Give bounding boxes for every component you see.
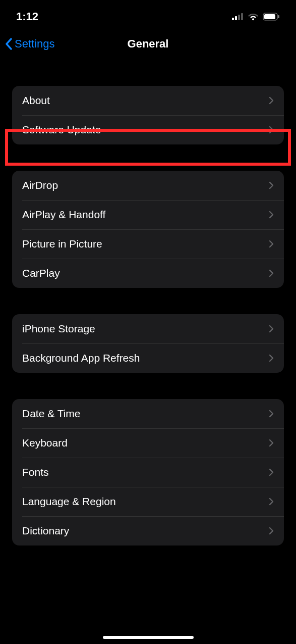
- row-label: CarPlay: [22, 267, 60, 279]
- chevron-right-icon: [269, 96, 274, 105]
- chevron-right-icon: [269, 126, 274, 134]
- row-label: AirDrop: [22, 179, 58, 191]
- row-label: About: [22, 94, 50, 107]
- row-keyboard[interactable]: Keyboard: [12, 428, 284, 458]
- section-storage: iPhone Storage Background App Refresh: [12, 314, 284, 373]
- svg-rect-6: [264, 14, 275, 19]
- chevron-right-icon: [269, 269, 274, 277]
- row-picture-in-picture[interactable]: Picture in Picture: [12, 229, 284, 259]
- chevron-right-icon: [269, 181, 274, 189]
- wifi-icon: [248, 13, 259, 21]
- row-label: Keyboard: [22, 437, 68, 449]
- home-indicator[interactable]: [103, 636, 194, 639]
- section-datetime-dictionary: Date & Time Keyboard Fonts Language & Re…: [12, 399, 284, 546]
- row-label: iPhone Storage: [22, 323, 95, 335]
- status-icons: [232, 13, 280, 21]
- section-airdrop-carplay: AirDrop AirPlay & Handoff Picture in Pic…: [12, 171, 284, 288]
- chevron-right-icon: [269, 468, 274, 476]
- row-label: Picture in Picture: [22, 238, 102, 250]
- row-airplay-handoff[interactable]: AirPlay & Handoff: [12, 200, 284, 229]
- row-label: Dictionary: [22, 525, 69, 537]
- svg-rect-2: [238, 15, 240, 20]
- nav-bar: Settings General: [0, 30, 296, 58]
- svg-rect-0: [232, 18, 234, 20]
- row-label: Software Update: [22, 124, 101, 136]
- status-time: 1:12: [16, 10, 38, 23]
- cellular-signal-icon: [232, 13, 244, 20]
- row-label: Date & Time: [22, 408, 81, 420]
- row-iphone-storage[interactable]: iPhone Storage: [12, 314, 284, 343]
- svg-rect-3: [241, 13, 243, 20]
- row-language-region[interactable]: Language & Region: [12, 487, 284, 516]
- row-label: Language & Region: [22, 496, 116, 508]
- svg-rect-1: [235, 16, 237, 20]
- page-title: General: [128, 37, 169, 51]
- chevron-right-icon: [269, 439, 274, 447]
- row-carplay[interactable]: CarPlay: [12, 259, 284, 288]
- chevron-right-icon: [269, 498, 274, 506]
- row-software-update[interactable]: Software Update: [12, 115, 284, 144]
- chevron-right-icon: [269, 240, 274, 248]
- chevron-right-icon: [269, 410, 274, 418]
- status-bar: 1:12: [0, 0, 296, 30]
- row-dictionary[interactable]: Dictionary: [12, 516, 284, 546]
- battery-icon: [263, 13, 280, 21]
- chevron-right-icon: [269, 527, 274, 535]
- row-date-time[interactable]: Date & Time: [12, 399, 284, 428]
- row-label: Fonts: [22, 466, 49, 478]
- row-airdrop[interactable]: AirDrop: [12, 171, 284, 200]
- chevron-right-icon: [269, 325, 274, 333]
- chevron-left-icon: [5, 38, 13, 50]
- back-button[interactable]: Settings: [5, 37, 55, 51]
- row-label: Background App Refresh: [22, 352, 140, 364]
- svg-point-4: [252, 18, 254, 20]
- back-label: Settings: [15, 37, 55, 51]
- svg-rect-7: [278, 15, 280, 18]
- row-label: AirPlay & Handoff: [22, 209, 105, 221]
- chevron-right-icon: [269, 211, 274, 219]
- section-about-software: About Software Update: [12, 86, 284, 144]
- chevron-right-icon: [269, 354, 274, 362]
- row-fonts[interactable]: Fonts: [12, 458, 284, 487]
- row-background-app-refresh[interactable]: Background App Refresh: [12, 343, 284, 373]
- row-about[interactable]: About: [12, 86, 284, 115]
